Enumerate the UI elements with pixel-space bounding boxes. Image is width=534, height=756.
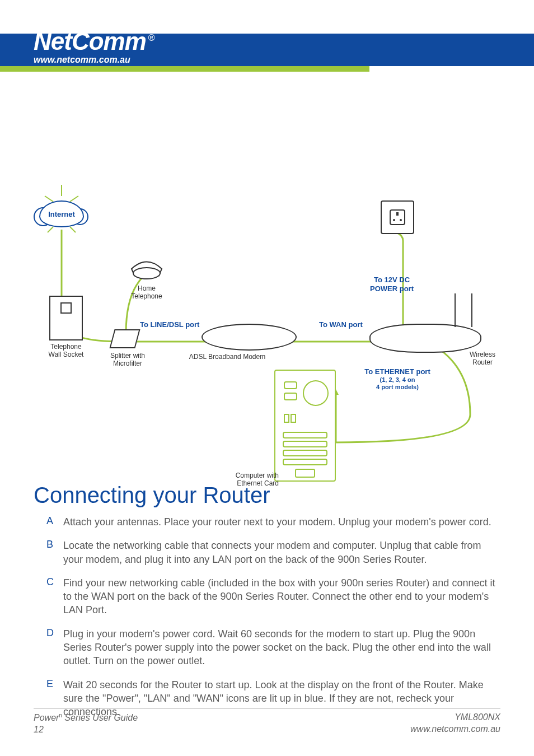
step-letter: C <box>46 576 63 617</box>
step-item: A Attach your antennas. Place your route… <box>46 515 499 529</box>
svg-rect-24 <box>283 459 327 465</box>
step-text: Find your new networking cable (included… <box>63 576 499 617</box>
step-item: D Plug in your modem's power cord. Wait … <box>46 627 499 668</box>
header-accent <box>0 66 369 72</box>
router-label: Wireless Router <box>466 351 499 367</box>
footer-left: Powern Series User Guide 12 <box>34 712 138 736</box>
step-text: Attach your antennas. Place your router … <box>63 515 491 529</box>
brand-name: NetComm® <box>34 29 154 54</box>
svg-line-1 <box>45 196 53 202</box>
svg-rect-19 <box>284 414 289 422</box>
step-text: Locate the networking cable that connect… <box>63 539 499 566</box>
to-ethernet-main: To ETHERNET port <box>364 367 430 376</box>
svg-rect-23 <box>283 450 327 456</box>
svg-rect-12 <box>390 210 405 225</box>
step-letter: D <box>46 627 63 668</box>
home-telephone-label: Home Telephone <box>130 284 163 301</box>
svg-point-13 <box>393 219 395 221</box>
computer-icon <box>274 370 336 482</box>
footer-page-number: 12 <box>34 725 44 734</box>
svg-rect-22 <box>283 441 327 447</box>
brand-url: www.netcomm.com.au <box>34 55 154 65</box>
power-socket-icon <box>381 200 414 234</box>
steps-list: A Attach your antennas. Place your route… <box>46 515 499 729</box>
registered-mark: ® <box>148 33 154 43</box>
to-line-dsl-label: To LINE/DSL port <box>140 320 199 329</box>
svg-rect-17 <box>284 382 297 389</box>
to-wan-label: To WAN port <box>319 320 363 329</box>
splitter-icon <box>109 329 140 348</box>
svg-point-16 <box>303 381 328 405</box>
footer-model: YML800NX <box>455 712 500 722</box>
telephone-icon <box>129 246 165 280</box>
footer-right: YML800NX www.netcomm.com.au <box>410 712 500 736</box>
modem-label: ADSL Broadband Modem <box>182 353 272 361</box>
to-power-label: To 12V DC POWER port <box>358 276 425 293</box>
page-title: Connecting your Router <box>34 483 270 508</box>
footer-guide-prefix: Power <box>34 713 59 722</box>
svg-point-14 <box>400 219 402 221</box>
svg-rect-21 <box>283 432 327 438</box>
step-letter: B <box>46 539 63 566</box>
svg-rect-18 <box>284 393 297 400</box>
svg-line-7 <box>70 227 76 232</box>
modem-icon <box>202 324 297 351</box>
to-ethernet-label: To ETHERNET port (1, 2, 3, 4 on 4 port m… <box>353 367 442 391</box>
svg-rect-25 <box>296 469 315 477</box>
step-letter: A <box>46 515 63 529</box>
step-text: Plug in your modem's power cord. Wait 60… <box>63 627 499 668</box>
footer-guide-rest: Series User Guide <box>62 713 138 722</box>
brand-text: NetComm <box>34 27 146 55</box>
router-icon <box>369 324 481 353</box>
to-ethernet-sub: (1, 2, 3, 4 on 4 port models) <box>353 376 442 391</box>
svg-line-6 <box>48 227 53 232</box>
step-item: C Find your new networking cable (includ… <box>46 576 499 617</box>
svg-line-2 <box>70 196 78 202</box>
connection-diagram: Internet Home Telephone Telephone Wall S… <box>34 179 500 493</box>
wall-socket-icon <box>49 296 83 340</box>
svg-point-11 <box>133 268 160 279</box>
splitter-label: Splitter with Microfilter <box>105 352 150 368</box>
wall-socket-label: Telephone Wall Socket <box>44 343 88 359</box>
step-item: B Locate the networking cable that conne… <box>46 539 499 566</box>
footer-url: www.netcomm.com.au <box>410 724 500 734</box>
internet-label: Internet <box>48 210 75 218</box>
page-header: NetComm® www.netcomm.com.au <box>0 0 534 73</box>
brand-logo: NetComm® www.netcomm.com.au <box>34 29 154 65</box>
svg-rect-15 <box>396 212 399 216</box>
page-footer: Powern Series User Guide 12 YML800NX www… <box>34 708 500 736</box>
svg-rect-20 <box>291 414 296 422</box>
